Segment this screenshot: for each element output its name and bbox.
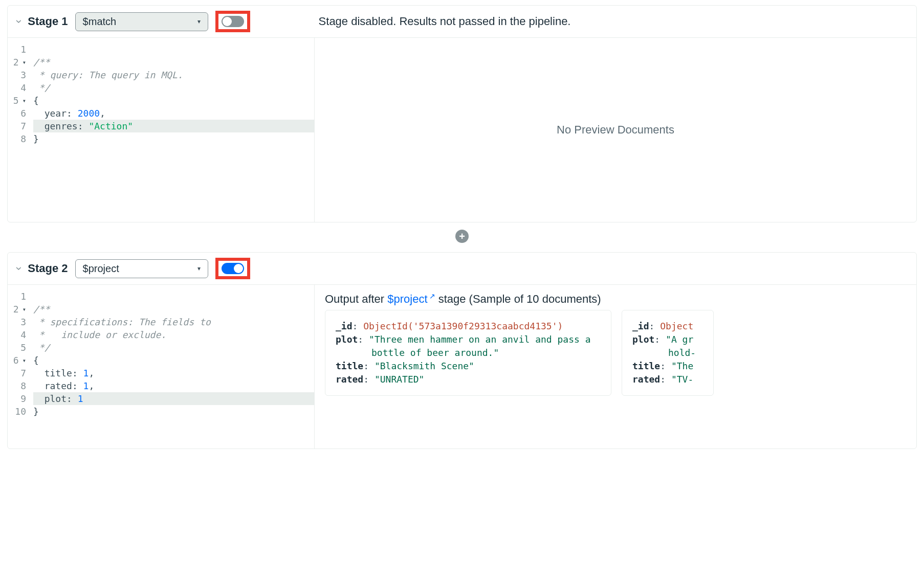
stage-2-toggle[interactable]	[222, 263, 244, 274]
stage-2-code[interactable]: /** * specifications: The fields to * in…	[30, 285, 314, 449]
stage-2-label: Stage 2	[28, 262, 68, 275]
stage-1-header: › Stage 1 $match ▾ Stage disabled. Resul…	[8, 6, 916, 38]
stage-1-preview: No Preview Documents	[315, 38, 916, 222]
preview-doc-1: _id: ObjectId('573a1390f29313caabcd4135'…	[325, 310, 611, 396]
stage-1-operator-value: $match	[83, 16, 117, 28]
stage-1-gutter: 1 2 3 4 5 6 7 8	[8, 38, 30, 222]
stage-2-gutter: 1 2 3 4 5 6 7 8 9 10	[8, 285, 30, 449]
stage-1-code-panel: 1 2 3 4 5 6 7 8 /** * query: The query i…	[8, 38, 315, 222]
add-stage-button[interactable]: +	[455, 230, 469, 243]
stage-2-operator-select[interactable]: $project ▾	[75, 259, 208, 278]
stage-1-code[interactable]: /** * query: The query in MQL. */ { year…	[30, 38, 314, 222]
stage-2-code-panel: 1 2 3 4 5 6 7 8 9 10 /** * specification…	[8, 285, 315, 449]
caret-down-icon: ▾	[197, 265, 201, 272]
project-doc-link[interactable]: $project↗	[387, 293, 435, 305]
stage-1-label: Stage 1	[28, 15, 68, 28]
preview-doc-2: _id: Object plot: "A gr hold- title: "Th…	[622, 310, 714, 396]
caret-down-icon: ▾	[197, 18, 201, 25]
stage-2-header: › Stage 2 $project ▾	[8, 253, 916, 285]
no-preview-text: No Preview Documents	[315, 38, 916, 222]
stage-2-card: › Stage 2 $project ▾ 1 2 3 4 5 6 7 8 9 1…	[7, 252, 917, 449]
stage-2-doc-row: _id: ObjectId('573a1390f29313caabcd4135'…	[315, 310, 916, 406]
stage-1-toggle-highlight	[215, 11, 250, 32]
add-stage-row: +	[0, 228, 924, 247]
external-link-icon: ↗	[429, 292, 435, 300]
stage-1-body: 1 2 3 4 5 6 7 8 /** * query: The query i…	[8, 38, 916, 222]
stage-1-operator-select[interactable]: $match ▾	[75, 12, 208, 31]
stage-1-toggle[interactable]	[222, 16, 244, 27]
stage-2-body: 1 2 3 4 5 6 7 8 9 10 /** * specification…	[8, 285, 916, 449]
chevron-down-icon[interactable]: ›	[12, 266, 26, 270]
stage-2-preview: Output after $project↗ stage (Sample of …	[315, 285, 916, 449]
chevron-down-icon[interactable]: ›	[12, 19, 26, 23]
stage-1-disabled-message: Stage disabled. Results not passed in th…	[319, 15, 571, 28]
stage-2-operator-value: $project	[83, 263, 119, 275]
stage-2-toggle-highlight	[215, 258, 250, 279]
stage-2-output-header: Output after $project↗ stage (Sample of …	[315, 285, 916, 310]
stage-1-card: › Stage 1 $match ▾ Stage disabled. Resul…	[7, 5, 917, 222]
